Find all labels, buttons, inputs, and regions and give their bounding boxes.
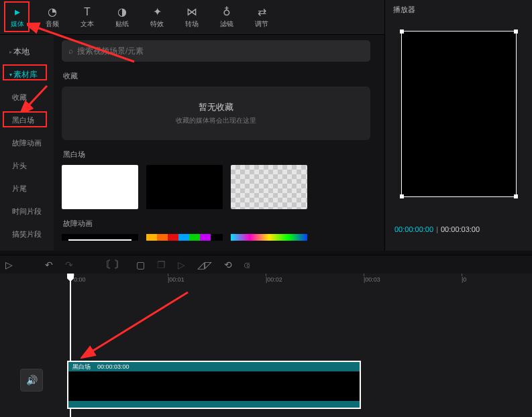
top-adjust-icon: ⇄ <box>258 5 266 18</box>
mirror-icon[interactable]: ◿◸ <box>197 259 212 270</box>
ruler-tick: |00:03 <box>364 276 380 283</box>
top-audio-label: 音频 <box>46 19 59 29</box>
top-text-label: 文本 <box>81 19 94 29</box>
thumb-transparent[interactable] <box>231 165 307 209</box>
top-transition-icon: ⋈ <box>187 5 197 18</box>
split-icon[interactable]: 〘〙 <box>105 259 124 271</box>
clip-name: 黑白场 <box>72 363 91 371</box>
timeline-clip[interactable]: 黑白场 00:00:03:00 <box>67 361 361 409</box>
side-fav[interactable]: 收藏 <box>0 86 54 109</box>
timeline-ruler: 0:00 |00:01 |00:02 |00:03 |0 <box>67 274 525 287</box>
favorites-empty: 暂无收藏 收藏的媒体将会出现在这里 <box>62 86 370 140</box>
side-timeclip[interactable]: 时间片段 <box>0 200 54 223</box>
side-local-label: 本地 <box>13 46 30 58</box>
player-current-time: 00:00:00:00 <box>394 225 433 233</box>
thumb-glitch-3[interactable] <box>231 234 307 241</box>
speaker-icon: 🔊 <box>26 375 38 385</box>
copy-icon[interactable]: ❐ <box>157 259 166 270</box>
play-icon[interactable]: ▷ <box>178 259 185 270</box>
undo-icon[interactable]: ↶ <box>45 259 53 270</box>
search-icon: ⌕ <box>68 46 73 56</box>
top-sticker-icon: ◑ <box>117 5 127 18</box>
ruler-tick: 0:00 <box>74 276 86 283</box>
player-canvas[interactable] <box>401 31 517 197</box>
top-filter[interactable]: ♁滤镜 <box>209 0 244 34</box>
player-duration: 00:00:03:00 <box>441 225 480 233</box>
top-audio[interactable]: ◔音频 <box>35 0 70 34</box>
cursor-icon[interactable]: ▷ <box>5 259 13 270</box>
top-audio-icon: ◔ <box>48 5 57 18</box>
side-funny[interactable]: 搞笑片段 <box>0 223 54 245</box>
ruler-tick: |00:02 <box>266 276 282 283</box>
thumb-glitch-1[interactable] <box>62 234 138 241</box>
clip-duration: 00:00:03:00 <box>97 363 129 370</box>
top-filter-label: 滤镜 <box>220 19 233 29</box>
top-adjust-label: 调节 <box>255 19 268 29</box>
top-transition[interactable]: ⋈转场 <box>174 0 209 34</box>
thumb-white[interactable] <box>62 165 138 209</box>
timeline[interactable]: 0:00 |00:01 |00:02 |00:03 |0 黑白场 00:00:0… <box>0 274 532 417</box>
ruler-tick: |00:01 <box>168 276 184 283</box>
thumb-glitch-2[interactable] <box>146 234 223 241</box>
search-input[interactable]: ⌕ 搜索视频场景/元素 <box>62 40 370 62</box>
top-media-label: 媒体 <box>11 19 24 29</box>
side-local[interactable]: ▸本地 <box>0 40 54 63</box>
timeline-toolbar: ▷ ↶ ↷ 〘〙 ▢ ❐ ▷ ◿◸ ⟲ ⟃ <box>0 255 532 274</box>
top-text[interactable]: T文本 <box>70 0 105 34</box>
thumb-black[interactable] <box>146 165 223 209</box>
side-glitch[interactable]: 故障动画 <box>0 131 54 154</box>
top-effect[interactable]: ✦特效 <box>140 0 174 34</box>
mute-button[interactable]: 🔊 <box>20 369 43 392</box>
top-adjust[interactable]: ⇄调节 <box>244 0 279 34</box>
top-filter-icon: ♁ <box>223 5 231 18</box>
player-timecode: 00:00:00:00 | 00:00:03:00 <box>385 197 532 233</box>
top-media[interactable]: ▸媒体 <box>0 0 35 34</box>
rotate-icon[interactable]: ⟲ <box>224 259 232 270</box>
time-separator: | <box>436 225 438 233</box>
fav-empty-title: 暂无收藏 <box>199 101 233 113</box>
sidebar: ▸本地 ▾素材库 收藏黑白场故障动画片头片尾时间片段搞笑片段 <box>0 35 54 251</box>
side-ending[interactable]: 片尾 <box>0 177 54 200</box>
player-title: 播放器 <box>385 0 532 19</box>
top-transition-label: 转场 <box>185 19 199 29</box>
top-sticker-label: 贴纸 <box>115 19 129 29</box>
top-effect-icon: ✦ <box>153 5 162 18</box>
fav-empty-sub: 收藏的媒体将会出现在这里 <box>176 116 256 125</box>
top-sticker[interactable]: ◑贴纸 <box>105 0 140 34</box>
side-library-label: 素材库 <box>13 69 38 80</box>
search-placeholder: 搜索视频场景/元素 <box>77 46 144 57</box>
side-library[interactable]: ▾素材库 <box>0 63 54 86</box>
ruler-tick: |0 <box>462 276 466 283</box>
delete-icon[interactable]: ▢ <box>136 259 145 270</box>
top-media-icon: ▸ <box>15 5 20 18</box>
player-panel: 播放器 00:00:00:00 | 00:00:03:00 <box>384 0 532 251</box>
top-text-icon: T <box>84 6 91 18</box>
top-effect-label: 特效 <box>150 19 164 29</box>
crop-icon[interactable]: ⟃ <box>244 259 250 270</box>
side-opening[interactable]: 片头 <box>0 154 54 177</box>
side-bwfield[interactable]: 黑白场 <box>0 109 54 131</box>
redo-icon[interactable]: ↷ <box>65 259 73 270</box>
